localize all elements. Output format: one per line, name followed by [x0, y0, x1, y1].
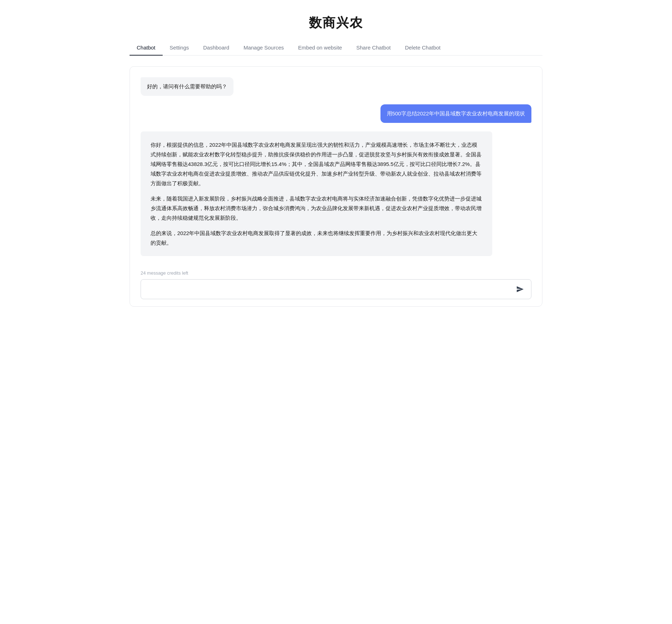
chat-footer: 24 message credits left	[141, 270, 531, 299]
response-paragraph-1: 你好，根据提供的信息，2022年中国县域数字农业农村电商发展呈现出强大的韧性和活…	[151, 140, 482, 188]
nav-item-delete[interactable]: Delete Chatbot	[398, 40, 448, 56]
credits-text: 24 message credits left	[141, 270, 531, 276]
message-row-1: 好的，请问有什么需要帮助的吗？	[141, 77, 531, 96]
input-row	[141, 279, 531, 299]
response-paragraph-3: 总的来说，2022年中国县域数字农业农村电商发展取得了显著的成效，未来也将继续发…	[151, 228, 482, 248]
chat-container: 好的，请问有什么需要帮助的吗？ 用500字总结2022年中国县域数字农业农村电商…	[130, 66, 542, 307]
message-row-2: 用500字总结2022年中国县域数字农业农村电商发展的现状	[141, 104, 531, 123]
response-paragraph-2: 未来，随着我国进入新发展阶段，乡村振兴战略全面推进，县域数字农业农村电商将与实体…	[151, 194, 482, 223]
user-message-1: 用500字总结2022年中国县域数字农业农村电商发展的现状	[380, 104, 531, 123]
nav-item-share[interactable]: Share Chatbot	[349, 40, 398, 56]
nav-item-manage-sources[interactable]: Manage Sources	[236, 40, 291, 56]
nav-item-settings[interactable]: Settings	[163, 40, 196, 56]
page-title: 数商兴农	[130, 14, 542, 32]
chat-input[interactable]	[147, 286, 515, 292]
bot-message-1: 好的，请问有什么需要帮助的吗？	[141, 77, 233, 96]
bot-message-2: 你好，根据提供的信息，2022年中国县域数字农业农村电商发展呈现出强大的韧性和活…	[141, 131, 492, 256]
nav-item-dashboard[interactable]: Dashboard	[196, 40, 236, 56]
nav-item-chatbot[interactable]: Chatbot	[130, 40, 163, 56]
message-row-3: 你好，根据提供的信息，2022年中国县域数字农业农村电商发展呈现出强大的韧性和活…	[141, 131, 531, 256]
navigation-bar: Chatbot Settings Dashboard Manage Source…	[130, 40, 542, 56]
send-button[interactable]	[515, 284, 525, 295]
send-icon	[516, 285, 524, 293]
nav-item-embed[interactable]: Embed on website	[291, 40, 349, 56]
